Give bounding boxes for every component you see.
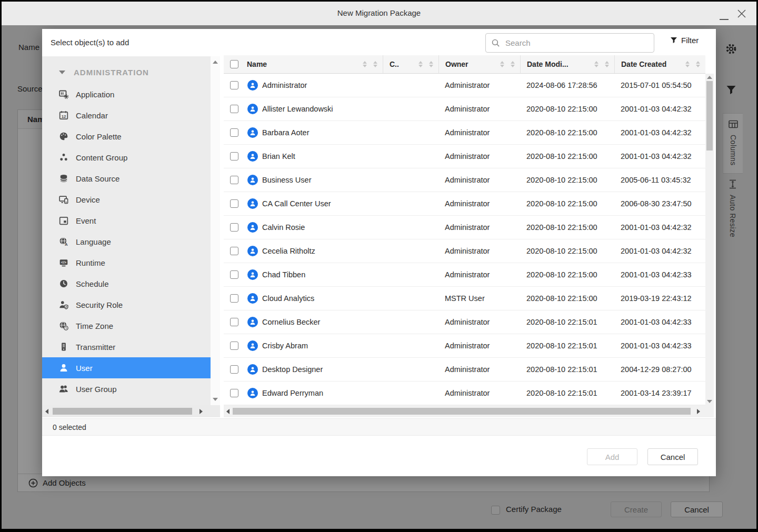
row-checkbox[interactable] — [230, 342, 238, 350]
sidebar-item-color-palette[interactable]: Color Palette — [42, 126, 211, 147]
table-row[interactable]: Crisby Abram Administrator 2020-08-10 22… — [224, 334, 705, 358]
scroll-left-icon[interactable] — [226, 409, 230, 414]
user-avatar — [247, 388, 258, 398]
row-checkbox[interactable] — [230, 270, 238, 279]
column-header-date-created[interactable]: Date Created — [614, 55, 705, 73]
grid-vscroll-thumb[interactable] — [706, 81, 713, 150]
data-source-icon — [59, 174, 68, 183]
table-row[interactable]: Administrator Administrator 2024-08-06 1… — [224, 74, 705, 97]
sort-asc-icon[interactable] — [594, 61, 599, 67]
table-row[interactable]: Barbara Aoter Administrator 2020-08-10 2… — [224, 121, 705, 145]
grid-hscroll-thumb[interactable] — [233, 408, 691, 415]
search-input[interactable] — [504, 38, 649, 48]
sidebar-hscroll-thumb[interactable] — [53, 408, 192, 415]
scroll-right-icon[interactable] — [697, 409, 700, 414]
sort-desc-icon[interactable] — [696, 61, 700, 67]
row-checkbox[interactable] — [230, 81, 238, 89]
scroll-up-icon[interactable] — [213, 61, 218, 64]
row-checkbox[interactable] — [230, 176, 238, 184]
row-name: Business User — [262, 176, 311, 184]
minimize-icon[interactable] — [720, 19, 729, 20]
table-row[interactable]: Cloud Analytics MSTR User 2020-08-10 22:… — [224, 287, 705, 310]
table-row[interactable]: Cornelius Becker Administrator 2020-08-1… — [224, 310, 705, 334]
user-icon — [59, 363, 68, 373]
table-row[interactable]: CA Call Center User Administrator 2020-0… — [224, 192, 705, 216]
row-checkbox[interactable] — [230, 128, 238, 137]
scroll-down-icon[interactable] — [213, 398, 218, 401]
sidebar-item-user-group[interactable]: User Group — [42, 378, 211, 399]
column-header-date-modi[interactable]: Date Modi... — [520, 55, 614, 73]
sort-desc-icon[interactable] — [511, 61, 515, 67]
sidebar-item-runtime[interactable]: Runtime — [42, 252, 211, 273]
sidebar-item-event[interactable]: Event — [42, 210, 211, 231]
row-checkbox[interactable] — [230, 294, 238, 303]
row-checkbox[interactable] — [230, 152, 238, 160]
sidebar-vertical-scrollbar[interactable] — [211, 56, 220, 405]
row-checkbox[interactable] — [230, 389, 238, 397]
sidebar-section-administration[interactable]: ADMINISTRATION — [42, 61, 211, 84]
grid-vertical-scrollbar[interactable] — [705, 74, 714, 405]
filter-button[interactable]: Filter — [670, 36, 699, 45]
sidebar-horizontal-scrollbar[interactable] — [42, 405, 220, 417]
table-row[interactable]: Business User Administrator 2020-08-10 2… — [224, 168, 705, 192]
row-owner: Administrator — [438, 382, 520, 405]
sort-asc-icon[interactable] — [418, 61, 423, 67]
grid-horizontal-scrollbar[interactable] — [224, 405, 714, 417]
sidebar-item-label: Color Palette — [76, 132, 122, 141]
sidebar-item-user[interactable]: User — [42, 357, 211, 378]
sidebar-item-data-source[interactable]: Data Source — [42, 168, 211, 189]
select-all-checkbox[interactable] — [230, 60, 238, 68]
scroll-down-icon[interactable] — [707, 400, 712, 403]
scroll-right-icon[interactable] — [200, 409, 203, 414]
table-row[interactable]: Cecelia Ritholtz Administrator 2020-08-1… — [224, 239, 705, 263]
sidebar-item-label: Time Zone — [76, 322, 113, 330]
cancel-button[interactable]: Cancel — [647, 448, 698, 465]
row-checkbox[interactable] — [230, 223, 238, 232]
row-date-modified: 2020-08-10 22:15:00 — [520, 121, 614, 144]
table-row[interactable]: Chad Tibben Administrator 2020-08-10 22:… — [224, 263, 705, 287]
row-name: Administrator — [262, 81, 307, 89]
sidebar-item-time-zone[interactable]: Time Zone — [42, 315, 211, 336]
sort-asc-icon[interactable] — [363, 61, 367, 67]
column-header-name[interactable]: Name — [224, 55, 383, 73]
row-date-created: 2001-01-03 04:42:32 — [614, 239, 705, 263]
sidebar-item-calendar[interactable]: Calendar — [42, 105, 211, 126]
column-header-owner[interactable]: Owner — [438, 55, 520, 73]
dialog-title: Select object(s) to add — [51, 38, 129, 47]
selected-count-bar: 0 selected — [42, 418, 716, 436]
sort-desc-icon[interactable] — [373, 61, 377, 67]
row-checkbox[interactable] — [230, 318, 238, 326]
close-icon[interactable] — [736, 8, 747, 19]
add-button[interactable]: Add — [587, 448, 637, 465]
row-checkbox[interactable] — [230, 105, 238, 113]
column-header-c[interactable]: C.. — [383, 55, 438, 73]
table-row[interactable]: Calvin Rosie Administrator 2020-08-10 22… — [224, 216, 705, 239]
search-box[interactable] — [485, 33, 654, 53]
table-row[interactable]: Edward Perryman Administrator 2020-08-10… — [224, 382, 705, 405]
sort-desc-icon[interactable] — [429, 61, 433, 67]
row-checkbox[interactable] — [230, 247, 238, 255]
sidebar-item-list: Application Calendar Color Palette Conte… — [42, 84, 211, 399]
sidebar-item-language[interactable]: Language — [42, 231, 211, 252]
row-checkbox[interactable] — [230, 199, 238, 208]
table-row[interactable]: Desktop Designer Administrator 2020-08-1… — [224, 358, 705, 382]
sort-asc-icon[interactable] — [500, 61, 504, 67]
user-avatar — [247, 104, 258, 114]
table-row[interactable]: Allister Lewandowski Administrator 2020-… — [224, 97, 705, 121]
sidebar-item-application[interactable]: Application — [42, 84, 211, 105]
sidebar-item-content-group[interactable]: Content Group — [42, 147, 211, 168]
user-avatar-icon — [250, 177, 256, 183]
sort-desc-icon[interactable] — [605, 61, 609, 67]
user-avatar-icon — [250, 319, 256, 325]
scroll-left-icon[interactable] — [45, 409, 48, 414]
scroll-up-icon[interactable] — [707, 76, 712, 79]
sidebar-item-device[interactable]: Device — [42, 189, 211, 210]
table-row[interactable]: Brian Kelt Administrator 2020-08-10 22:1… — [224, 145, 705, 168]
user-avatar — [247, 222, 258, 233]
sidebar-item-schedule[interactable]: Schedule — [42, 273, 211, 294]
grid-header-row: Name C.. Owner Date Modi... Date Created — [224, 55, 705, 74]
sidebar-item-transmitter[interactable]: Transmitter — [42, 336, 211, 357]
row-checkbox[interactable] — [230, 365, 238, 374]
sort-asc-icon[interactable] — [685, 61, 690, 67]
sidebar-item-security-role[interactable]: Security Role — [42, 294, 211, 315]
